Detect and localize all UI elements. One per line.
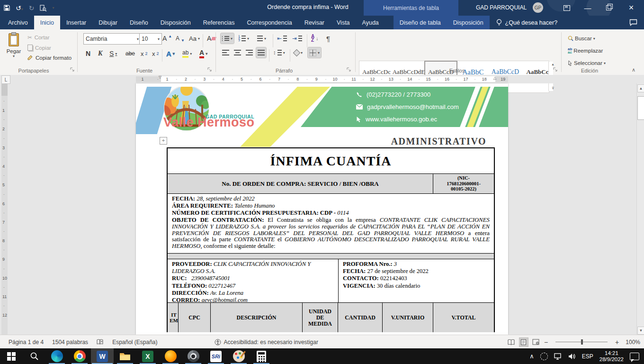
word-count[interactable]: 1504 palabras: [52, 339, 88, 346]
text-effects-button[interactable]: A▾: [165, 48, 176, 59]
taskbar-explorer-icon[interactable]: [114, 348, 136, 364]
paragraph-dialog-launcher[interactable]: [347, 67, 352, 73]
undo-dropdown-icon[interactable]: ▾: [21, 7, 23, 11]
page-indicator[interactable]: Página 1 de 4: [9, 339, 44, 346]
tab-ayuda[interactable]: Ayuda: [356, 16, 385, 29]
taskbar-paint-icon[interactable]: [227, 348, 250, 364]
replace-button[interactable]: abacReemplazar: [566, 46, 604, 56]
first-line-indent-marker[interactable]: ▽: [159, 75, 161, 79]
bold-button[interactable]: N: [84, 48, 92, 59]
sort-button[interactable]: AZ↓: [310, 33, 320, 44]
zoom-slider[interactable]: [555, 342, 608, 342]
font-size-combo[interactable]: 10▾: [139, 33, 162, 45]
numbering-button[interactable]: 123▾: [237, 33, 250, 44]
zoom-out-button[interactable]: −: [544, 338, 548, 346]
taskbar-sri-icon[interactable]: SRi: [205, 348, 227, 364]
taskbar-chrome-icon[interactable]: [68, 348, 91, 364]
zoom-slider-thumb[interactable]: [581, 339, 583, 345]
undo-button[interactable]: ↺▾: [16, 4, 23, 12]
align-right-button[interactable]: [244, 47, 254, 58]
scroll-down-button[interactable]: ▼: [637, 327, 644, 335]
tab-vista[interactable]: Vista: [331, 16, 356, 29]
superscript-button[interactable]: x2: [151, 48, 161, 59]
taskbar-excel-icon[interactable]: X: [136, 348, 159, 364]
minimize-button[interactable]: —: [580, 0, 596, 16]
tab-disposicion[interactable]: Disposición: [154, 16, 197, 29]
taskbar-search-button[interactable]: [23, 348, 45, 364]
tray-expand-icon[interactable]: ∧: [529, 353, 534, 360]
taskbar-firefox-icon[interactable]: [159, 348, 182, 364]
horizontal-ruler[interactable]: 1 ▽ △ 1·2·3·4·5·6·7·8·9·10·11·12·13·14·1…: [136, 76, 508, 82]
language-indicator[interactable]: Español (España): [112, 339, 157, 346]
language-tray[interactable]: ESP: [582, 353, 593, 360]
ribbon-display-options-button[interactable]: [559, 0, 575, 16]
tab-dibujar[interactable]: Dibujar: [92, 16, 124, 29]
paste-button[interactable]: Pegar ▾: [4, 33, 24, 58]
tab-diseno-de-tabla[interactable]: Diseño de tabla: [394, 16, 447, 29]
document-page[interactable]: (02)2773220 / 2773300 gadprvallehermoso@…: [136, 83, 508, 335]
restore-button[interactable]: [600, 0, 617, 16]
increase-indent-button[interactable]: ⇥: [291, 33, 304, 44]
scroll-up-button[interactable]: ▲: [637, 84, 644, 92]
zoom-level[interactable]: 100%: [626, 339, 640, 346]
tab-insertar[interactable]: Insertar: [60, 16, 92, 29]
paste-dropdown-icon[interactable]: ▾: [4, 54, 24, 58]
font-color-button[interactable]: A▾: [198, 48, 209, 59]
highlight-button[interactable]: ab▾: [181, 48, 193, 59]
decrease-indent-button[interactable]: ⇤: [276, 33, 288, 44]
vertical-scrollbar[interactable]: ▲ ▼: [636, 83, 644, 335]
order-table[interactable]: ÍNFIMA CUANTÍA No. DE ORDEN DE COMPRA: S…: [167, 147, 495, 332]
borders-button[interactable]: ▾: [308, 47, 321, 58]
web-layout-button[interactable]: [532, 338, 540, 346]
proofing-icon[interactable]: [97, 339, 104, 345]
shrink-font-button[interactable]: A▼: [174, 33, 186, 44]
tab-disposicion-tabla[interactable]: Disposición: [447, 16, 490, 29]
change-case-button[interactable]: Aa▾: [188, 33, 201, 44]
start-button[interactable]: [0, 348, 23, 364]
strikethrough-button[interactable]: abe: [124, 48, 136, 59]
find-button[interactable]: Buscar▾: [566, 33, 597, 44]
print-preview-icon[interactable]: [40, 5, 46, 11]
line-spacing-button[interactable]: ↕▾: [272, 47, 286, 58]
tab-selector[interactable]: L: [1, 75, 10, 84]
justify-button[interactable]: [256, 47, 266, 58]
taskbar-edge-icon[interactable]: [45, 348, 68, 364]
read-mode-button[interactable]: [507, 338, 516, 346]
taskbar-chrome-profile-icon[interactable]: [182, 348, 205, 364]
qat-customize-icon[interactable]: ▾: [52, 6, 54, 10]
taskbar-word-icon[interactable]: W: [91, 348, 114, 364]
tell-me-box[interactable]: ¿Qué desea hacer?: [490, 16, 564, 29]
accessibility-status[interactable]: Accesibilidad: es necesario investigar: [215, 339, 318, 346]
subscript-button[interactable]: x2: [139, 48, 149, 59]
avatar[interactable]: GP: [533, 2, 543, 13]
clock[interactable]: 14:2128/9/2022: [599, 350, 624, 363]
volume-icon[interactable]: [568, 353, 576, 360]
close-button[interactable]: ×: [623, 0, 639, 16]
italic-button[interactable]: K: [97, 48, 104, 59]
notification-center-icon[interactable]: [630, 353, 639, 360]
align-center-button[interactable]: [233, 47, 242, 58]
tab-archivo[interactable]: Archivo: [2, 16, 34, 29]
vertical-ruler[interactable]: 1-2-3-4-5-6-7-8-9-10-11-12-: [1, 83, 8, 335]
show-marks-button[interactable]: ¶: [325, 33, 331, 44]
select-button[interactable]: Seleccionar▾: [566, 58, 607, 68]
format-painter-button[interactable]: Copiar formato: [27, 55, 72, 61]
grow-font-button[interactable]: A▲: [161, 33, 173, 44]
tab-referencias[interactable]: Referencias: [197, 16, 241, 29]
shading-button[interactable]: ▾: [293, 47, 304, 58]
collapse-ribbon-icon[interactable]: ∧: [632, 67, 635, 73]
account-name[interactable]: GAD PARROQUIAL: [476, 4, 527, 11]
styles-dialog-launcher[interactable]: [553, 67, 559, 73]
network-icon[interactable]: [554, 353, 562, 360]
tab-diseno[interactable]: Diseño: [124, 16, 154, 29]
tab-inicio[interactable]: Inicio: [34, 16, 60, 29]
tray-snip-icon[interactable]: [540, 353, 548, 360]
print-layout-button[interactable]: [519, 338, 528, 346]
underline-button[interactable]: S▾: [108, 48, 118, 59]
scrollbar-thumb[interactable]: [637, 96, 644, 120]
tab-correspondencia[interactable]: Correspondencia: [241, 16, 298, 29]
taskbar-calculator-icon[interactable]: [250, 348, 273, 364]
save-icon[interactable]: [4, 5, 10, 11]
table-move-handle[interactable]: +: [160, 137, 167, 145]
tab-revisar[interactable]: Revisar: [298, 16, 331, 29]
